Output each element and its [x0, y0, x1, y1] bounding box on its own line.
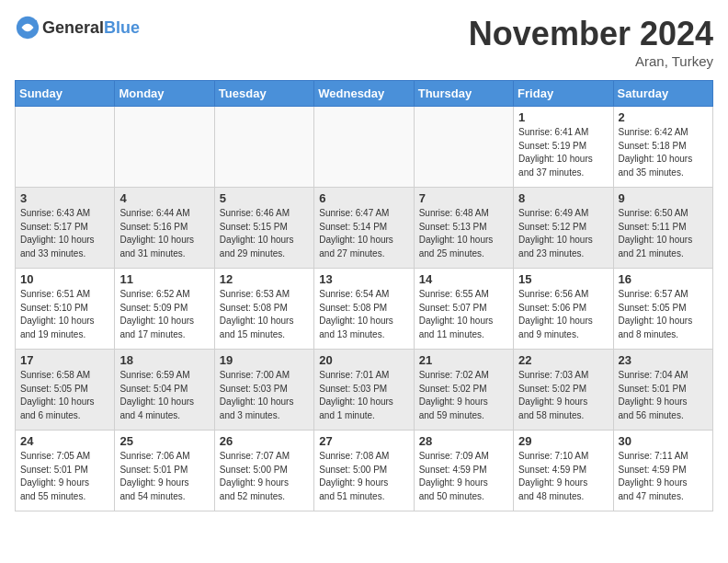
day-info: Sunrise: 6:59 AM Sunset: 5:04 PM Dayligh… [119, 369, 209, 422]
day-info: Sunrise: 6:58 AM Sunset: 5:05 PM Dayligh… [20, 369, 109, 422]
day-info: Sunrise: 7:00 AM Sunset: 5:03 PM Dayligh… [220, 369, 309, 422]
day-number: 29 [518, 434, 608, 448]
logo: GeneralBlue [15, 15, 140, 40]
days-header-row: SundayMondayTuesdayWednesdayThursdayFrid… [16, 81, 713, 107]
day-number: 17 [20, 353, 109, 367]
calendar-cell: 14Sunrise: 6:55 AM Sunset: 5:07 PM Dayli… [414, 269, 513, 350]
day-header-friday: Friday [514, 81, 613, 107]
day-info: Sunrise: 6:42 AM Sunset: 5:18 PM Dayligh… [619, 126, 708, 179]
day-number: 13 [319, 272, 408, 286]
day-info: Sunrise: 6:43 AM Sunset: 5:17 PM Dayligh… [20, 207, 109, 260]
day-info: Sunrise: 7:05 AM Sunset: 5:01 PM Dayligh… [20, 450, 109, 503]
calendar-cell: 19Sunrise: 7:00 AM Sunset: 5:03 PM Dayli… [214, 350, 313, 431]
calendar-cell: 7Sunrise: 6:48 AM Sunset: 5:13 PM Daylig… [414, 188, 513, 269]
day-info: Sunrise: 6:44 AM Sunset: 5:16 PM Dayligh… [119, 207, 209, 260]
calendar-cell: 21Sunrise: 7:02 AM Sunset: 5:02 PM Dayli… [414, 350, 513, 431]
day-number: 18 [119, 353, 209, 367]
page-header: GeneralBlue November 2024 Aran, Turkey [15, 15, 713, 69]
calendar-cell: 17Sunrise: 6:58 AM Sunset: 5:05 PM Dayli… [16, 350, 115, 431]
day-header-thursday: Thursday [414, 81, 513, 107]
day-number: 25 [119, 434, 209, 448]
day-info: Sunrise: 7:07 AM Sunset: 5:00 PM Dayligh… [220, 450, 309, 503]
week-row-4: 17Sunrise: 6:58 AM Sunset: 5:05 PM Dayli… [16, 350, 713, 431]
calendar-cell: 15Sunrise: 6:56 AM Sunset: 5:06 PM Dayli… [514, 269, 613, 350]
day-number: 14 [419, 272, 508, 286]
day-info: Sunrise: 6:47 AM Sunset: 5:14 PM Dayligh… [319, 207, 408, 260]
calendar-cell: 22Sunrise: 7:03 AM Sunset: 5:02 PM Dayli… [514, 350, 613, 431]
logo-text: GeneralBlue [42, 18, 140, 38]
day-info: Sunrise: 6:41 AM Sunset: 5:19 PM Dayligh… [518, 126, 608, 179]
day-info: Sunrise: 7:09 AM Sunset: 4:59 PM Dayligh… [419, 450, 508, 503]
logo-blue: Blue [104, 18, 140, 37]
day-info: Sunrise: 6:57 AM Sunset: 5:05 PM Dayligh… [619, 288, 708, 341]
day-number: 3 [20, 191, 109, 205]
day-number: 8 [518, 191, 608, 205]
day-info: Sunrise: 7:02 AM Sunset: 5:02 PM Dayligh… [419, 369, 508, 422]
day-info: Sunrise: 6:48 AM Sunset: 5:13 PM Dayligh… [419, 207, 508, 260]
day-number: 1 [518, 110, 608, 124]
calendar-cell: 2Sunrise: 6:42 AM Sunset: 5:18 PM Daylig… [613, 107, 712, 188]
calendar-cell: 18Sunrise: 6:59 AM Sunset: 5:04 PM Dayli… [115, 350, 214, 431]
day-info: Sunrise: 7:03 AM Sunset: 5:02 PM Dayligh… [518, 369, 608, 422]
day-info: Sunrise: 6:54 AM Sunset: 5:08 PM Dayligh… [319, 288, 408, 341]
calendar-cell: 12Sunrise: 6:53 AM Sunset: 5:08 PM Dayli… [214, 269, 313, 350]
week-row-3: 10Sunrise: 6:51 AM Sunset: 5:10 PM Dayli… [16, 269, 713, 350]
day-info: Sunrise: 7:06 AM Sunset: 5:01 PM Dayligh… [119, 450, 209, 503]
day-info: Sunrise: 6:50 AM Sunset: 5:11 PM Dayligh… [619, 207, 708, 260]
day-header-saturday: Saturday [613, 81, 712, 107]
calendar-table: SundayMondayTuesdayWednesdayThursdayFrid… [15, 80, 713, 511]
day-number: 27 [319, 434, 408, 448]
day-header-tuesday: Tuesday [214, 81, 313, 107]
day-number: 21 [419, 353, 508, 367]
day-info: Sunrise: 6:56 AM Sunset: 5:06 PM Dayligh… [518, 288, 608, 341]
day-info: Sunrise: 6:51 AM Sunset: 5:10 PM Dayligh… [20, 288, 109, 341]
day-number: 23 [619, 353, 708, 367]
day-info: Sunrise: 7:11 AM Sunset: 4:59 PM Dayligh… [619, 450, 708, 503]
day-number: 9 [619, 191, 708, 205]
calendar-cell: 28Sunrise: 7:09 AM Sunset: 4:59 PM Dayli… [414, 431, 513, 511]
day-info: Sunrise: 7:01 AM Sunset: 5:03 PM Dayligh… [319, 369, 408, 422]
calendar-cell: 8Sunrise: 6:49 AM Sunset: 5:12 PM Daylig… [514, 188, 613, 269]
calendar-cell: 25Sunrise: 7:06 AM Sunset: 5:01 PM Dayli… [115, 431, 214, 511]
day-number: 5 [220, 191, 309, 205]
day-number: 4 [119, 191, 209, 205]
day-info: Sunrise: 7:08 AM Sunset: 5:00 PM Dayligh… [319, 450, 408, 503]
calendar-cell: 5Sunrise: 6:46 AM Sunset: 5:15 PM Daylig… [214, 188, 313, 269]
calendar-cell: 20Sunrise: 7:01 AM Sunset: 5:03 PM Dayli… [314, 350, 414, 431]
location-subtitle: Aran, Turkey [469, 53, 713, 69]
day-number: 26 [220, 434, 309, 448]
day-info: Sunrise: 6:46 AM Sunset: 5:15 PM Dayligh… [220, 207, 309, 260]
calendar-cell: 4Sunrise: 6:44 AM Sunset: 5:16 PM Daylig… [115, 188, 214, 269]
day-info: Sunrise: 7:04 AM Sunset: 5:01 PM Dayligh… [619, 369, 708, 422]
day-header-sunday: Sunday [16, 81, 115, 107]
day-number: 10 [20, 272, 109, 286]
day-number: 19 [220, 353, 309, 367]
calendar-cell: 24Sunrise: 7:05 AM Sunset: 5:01 PM Dayli… [16, 431, 115, 511]
day-number: 24 [20, 434, 109, 448]
week-row-2: 3Sunrise: 6:43 AM Sunset: 5:17 PM Daylig… [16, 188, 713, 269]
day-number: 7 [419, 191, 508, 205]
day-header-wednesday: Wednesday [314, 81, 414, 107]
day-number: 16 [619, 272, 708, 286]
day-info: Sunrise: 7:10 AM Sunset: 4:59 PM Dayligh… [518, 450, 608, 503]
calendar-cell: 9Sunrise: 6:50 AM Sunset: 5:11 PM Daylig… [613, 188, 712, 269]
calendar-cell: 29Sunrise: 7:10 AM Sunset: 4:59 PM Dayli… [514, 431, 613, 511]
day-info: Sunrise: 6:53 AM Sunset: 5:08 PM Dayligh… [220, 288, 309, 341]
calendar-cell: 10Sunrise: 6:51 AM Sunset: 5:10 PM Dayli… [16, 269, 115, 350]
day-number: 12 [220, 272, 309, 286]
title-section: November 2024 Aran, Turkey [469, 15, 713, 69]
day-number: 15 [518, 272, 608, 286]
calendar-cell: 30Sunrise: 7:11 AM Sunset: 4:59 PM Dayli… [613, 431, 712, 511]
day-info: Sunrise: 6:55 AM Sunset: 5:07 PM Dayligh… [419, 288, 508, 341]
calendar-cell: 16Sunrise: 6:57 AM Sunset: 5:05 PM Dayli… [613, 269, 712, 350]
calendar-cell [115, 107, 214, 188]
month-title: November 2024 [469, 15, 713, 53]
day-number: 2 [619, 110, 708, 124]
calendar-cell: 3Sunrise: 6:43 AM Sunset: 5:17 PM Daylig… [16, 188, 115, 269]
calendar-cell: 6Sunrise: 6:47 AM Sunset: 5:14 PM Daylig… [314, 188, 414, 269]
calendar-cell: 1Sunrise: 6:41 AM Sunset: 5:19 PM Daylig… [514, 107, 613, 188]
day-number: 28 [419, 434, 508, 448]
week-row-5: 24Sunrise: 7:05 AM Sunset: 5:01 PM Dayli… [16, 431, 713, 511]
day-header-monday: Monday [115, 81, 214, 107]
calendar-cell: 27Sunrise: 7:08 AM Sunset: 5:00 PM Dayli… [314, 431, 414, 511]
